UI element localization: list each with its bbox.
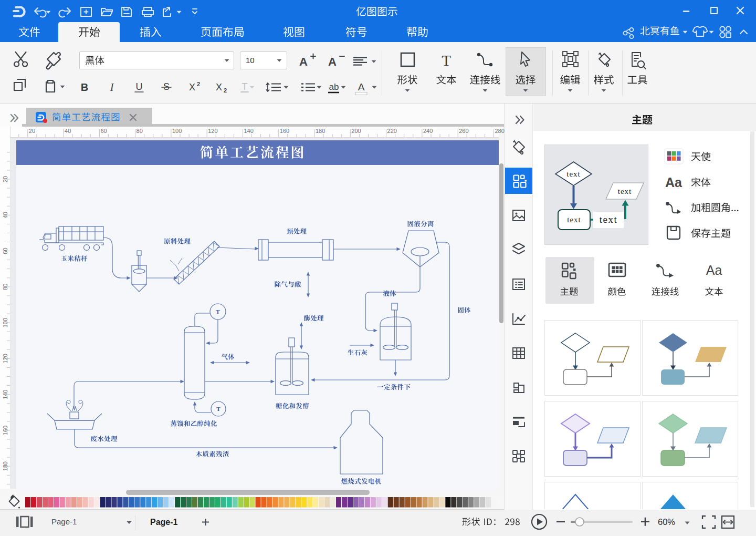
svg-text:Aa: Aa [665,175,682,190]
svg-text:140: 140 [2,390,8,399]
svg-text:140: 140 [244,128,254,134]
svg-text:180: 180 [2,461,8,471]
svg-text:Page-1: Page-1 [51,517,77,526]
svg-text:120: 120 [208,128,217,134]
svg-text:ab: ab [329,82,339,92]
svg-text:180: 180 [316,128,325,134]
svg-text:160: 160 [280,128,289,134]
svg-text:T: T [242,81,248,92]
svg-text:80: 80 [136,128,143,134]
svg-text:240: 240 [423,128,433,134]
svg-text:280: 280 [495,128,504,134]
svg-text:X: X [216,82,222,92]
svg-text:text: text [567,215,581,224]
svg-text:Aa: Aa [706,263,722,277]
svg-text:U: U [136,81,143,92]
svg-text:60: 60 [2,248,8,254]
svg-text:T: T [216,308,220,315]
svg-text:10: 10 [246,56,255,65]
svg-text:T: T [442,52,451,69]
svg-text:220: 220 [387,128,397,134]
svg-text:Page-1: Page-1 [150,518,178,527]
svg-text:160: 160 [2,426,8,435]
svg-text:text: text [618,187,632,195]
svg-text:X: X [189,82,195,92]
svg-text:40: 40 [2,212,8,218]
svg-text:S: S [163,81,170,92]
svg-text:B: B [81,81,88,93]
svg-text:A: A [299,55,308,68]
svg-text:100: 100 [172,128,182,134]
svg-text:40: 40 [65,128,71,134]
svg-text:text: text [600,214,618,225]
svg-text:I: I [110,81,114,93]
svg-text:2: 2 [197,81,200,87]
svg-text:text: text [566,170,581,178]
svg-text:120: 120 [2,354,8,363]
svg-text:100: 100 [2,318,8,327]
svg-text:T: T [216,406,220,412]
svg-text:80: 80 [2,284,8,290]
svg-text:20: 20 [29,128,35,134]
svg-text:200: 200 [351,128,361,134]
svg-text:A: A [358,81,365,92]
svg-text:60%: 60% [658,517,675,527]
svg-text:60: 60 [100,128,107,134]
svg-text:A: A [328,55,337,68]
svg-text:20: 20 [2,176,8,182]
svg-text:2: 2 [224,87,227,94]
svg-text:260: 260 [459,128,468,134]
